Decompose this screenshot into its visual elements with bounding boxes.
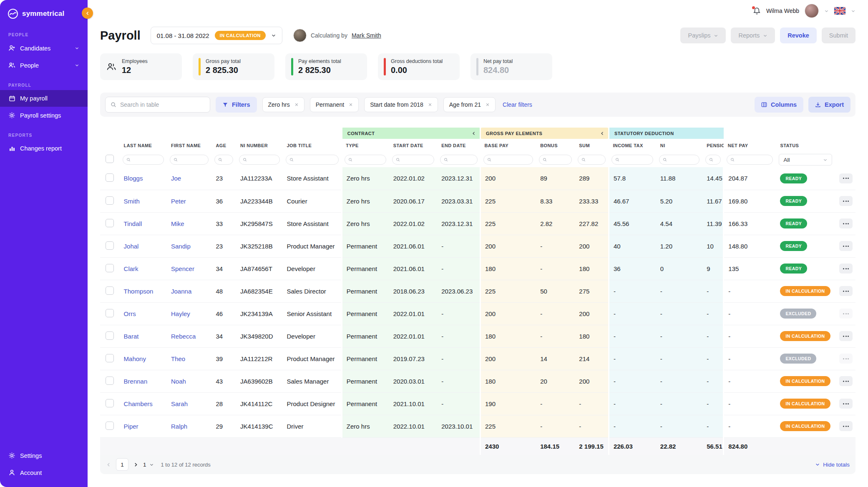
- employee-last-name-link[interactable]: Johal: [124, 243, 139, 250]
- row-actions-button[interactable]: [839, 399, 853, 409]
- column-filter-input[interactable]: [224, 157, 229, 163]
- employee-first-name-link[interactable]: Hayley: [171, 310, 190, 317]
- employee-last-name-link[interactable]: Tindall: [124, 220, 142, 227]
- employee-last-name-link[interactable]: Barat: [124, 333, 139, 340]
- employee-last-name-link[interactable]: Brennan: [124, 378, 148, 385]
- column-header-bonus[interactable]: BONUS: [536, 139, 575, 152]
- sidebar-item-my-payroll[interactable]: My payroll: [0, 90, 88, 107]
- employee-first-name-link[interactable]: Joanna: [171, 288, 191, 295]
- hide-totals-button[interactable]: Hide totals: [815, 462, 850, 468]
- column-header-base-pay[interactable]: BASE PAY: [481, 139, 536, 152]
- row-actions-button[interactable]: [839, 309, 853, 319]
- employee-first-name-link[interactable]: Mike: [171, 220, 184, 227]
- close-icon[interactable]: [486, 103, 490, 107]
- employee-last-name-link[interactable]: Orrs: [124, 310, 136, 317]
- column-filter-input[interactable]: [296, 157, 335, 163]
- column-filter-input[interactable]: [402, 157, 430, 163]
- reports-button[interactable]: Reports: [731, 28, 775, 43]
- column-header-start-date[interactable]: START DATE: [389, 139, 437, 152]
- column-header-income-tax[interactable]: INCOME TAX: [609, 139, 656, 152]
- row-checkbox[interactable]: [106, 173, 114, 182]
- row-checkbox[interactable]: [106, 264, 114, 272]
- row-checkbox[interactable]: [106, 241, 114, 250]
- employee-last-name-link[interactable]: Clark: [124, 265, 138, 272]
- column-filter-input[interactable]: [450, 157, 473, 163]
- employee-last-name-link[interactable]: Chambers: [124, 400, 153, 407]
- close-icon[interactable]: [294, 103, 299, 107]
- column-header-type[interactable]: TYPE: [342, 139, 389, 152]
- sidebar-item-people[interactable]: People: [0, 57, 88, 74]
- user-avatar[interactable]: [805, 4, 819, 18]
- sidebar-item-settings[interactable]: Settings: [0, 447, 88, 464]
- row-checkbox[interactable]: [106, 354, 114, 362]
- employee-first-name-link[interactable]: Peter: [171, 198, 186, 205]
- close-icon[interactable]: [349, 103, 353, 107]
- clear-filters-button[interactable]: Clear filters: [503, 101, 532, 108]
- collapse-gross-group-button[interactable]: [600, 131, 605, 136]
- employee-last-name-link[interactable]: Mahony: [124, 355, 146, 362]
- row-actions-button[interactable]: [839, 264, 853, 274]
- employee-first-name-link[interactable]: Joe: [171, 175, 181, 182]
- row-checkbox[interactable]: [106, 331, 114, 340]
- employee-first-name-link[interactable]: Ralph: [171, 423, 187, 430]
- previous-page-button[interactable]: [106, 462, 111, 467]
- column-filter-input[interactable]: [133, 157, 160, 163]
- row-actions-button[interactable]: [839, 331, 853, 341]
- column-filter-input[interactable]: [355, 157, 382, 163]
- export-button[interactable]: Export: [808, 97, 850, 113]
- uk-flag-icon[interactable]: [834, 7, 845, 15]
- current-page[interactable]: 1: [116, 458, 128, 471]
- row-actions-button[interactable]: [839, 241, 853, 251]
- employee-first-name-link[interactable]: Spencer: [171, 265, 194, 272]
- employee-first-name-link[interactable]: Theo: [171, 355, 185, 362]
- chevron-down-icon[interactable]: [851, 9, 855, 13]
- column-filter-input[interactable]: [180, 157, 205, 163]
- employee-last-name-link[interactable]: Smith: [124, 198, 140, 205]
- sidebar-item-candidates[interactable]: Candidates: [0, 40, 88, 57]
- status-filter-select[interactable]: All: [779, 154, 832, 166]
- sidebar-item-changes-report[interactable]: Changes report: [0, 140, 88, 157]
- payslips-button[interactable]: Payslips: [680, 28, 726, 43]
- column-header-age[interactable]: AGE: [211, 139, 236, 152]
- bell-icon[interactable]: [753, 7, 761, 15]
- column-filter-input[interactable]: [549, 157, 568, 163]
- column-header-job-title[interactable]: JOB TITLE: [283, 139, 342, 152]
- row-actions-button[interactable]: [839, 354, 853, 364]
- column-header-sum[interactable]: SUM: [575, 139, 609, 152]
- search-input[interactable]: [120, 101, 205, 108]
- select-all-checkbox[interactable]: [106, 155, 114, 163]
- row-checkbox[interactable]: [106, 219, 114, 227]
- period-select[interactable]: 01.08 - 31.08 2022 IN CALCULATION: [151, 27, 282, 44]
- column-header-ni-number[interactable]: NI NUMBER: [236, 139, 282, 152]
- row-checkbox[interactable]: [106, 196, 114, 205]
- close-icon[interactable]: [428, 103, 432, 107]
- employee-first-name-link[interactable]: Sarah: [171, 400, 188, 407]
- row-actions-button[interactable]: [839, 173, 853, 183]
- filters-button[interactable]: Filters: [216, 97, 257, 113]
- sidebar-collapse-button[interactable]: [82, 8, 93, 19]
- employee-last-name-link[interactable]: Thompson: [124, 288, 153, 295]
- column-filter-input[interactable]: [621, 157, 649, 163]
- row-checkbox[interactable]: [106, 399, 114, 407]
- column-header-end-date[interactable]: END DATE: [437, 139, 480, 152]
- employee-first-name-link[interactable]: Sandip: [171, 243, 191, 250]
- row-actions-button[interactable]: [839, 421, 853, 431]
- columns-button[interactable]: Columns: [755, 97, 803, 113]
- chevron-down-icon[interactable]: [824, 9, 829, 13]
- column-header-first-name[interactable]: FIRST NAME: [167, 139, 211, 152]
- employee-first-name-link[interactable]: Noah: [171, 378, 186, 385]
- row-actions-button[interactable]: [839, 196, 853, 206]
- sidebar-item-account[interactable]: Account: [0, 464, 88, 481]
- row-actions-button[interactable]: [839, 286, 853, 296]
- row-actions-button[interactable]: [839, 218, 853, 228]
- row-checkbox[interactable]: [106, 422, 114, 430]
- column-header-status[interactable]: STATUS: [776, 139, 835, 152]
- row-checkbox[interactable]: [106, 286, 114, 295]
- column-header-last-name[interactable]: LAST NAME: [120, 139, 167, 152]
- submit-button[interactable]: Submit: [822, 28, 855, 43]
- employee-last-name-link[interactable]: Bloggs: [124, 175, 143, 182]
- row-checkbox[interactable]: [106, 377, 114, 385]
- collapse-contract-group-button[interactable]: [471, 131, 476, 136]
- sidebar-item-payroll-settings[interactable]: Payroll settings: [0, 107, 88, 124]
- column-filter-input[interactable]: [249, 157, 276, 163]
